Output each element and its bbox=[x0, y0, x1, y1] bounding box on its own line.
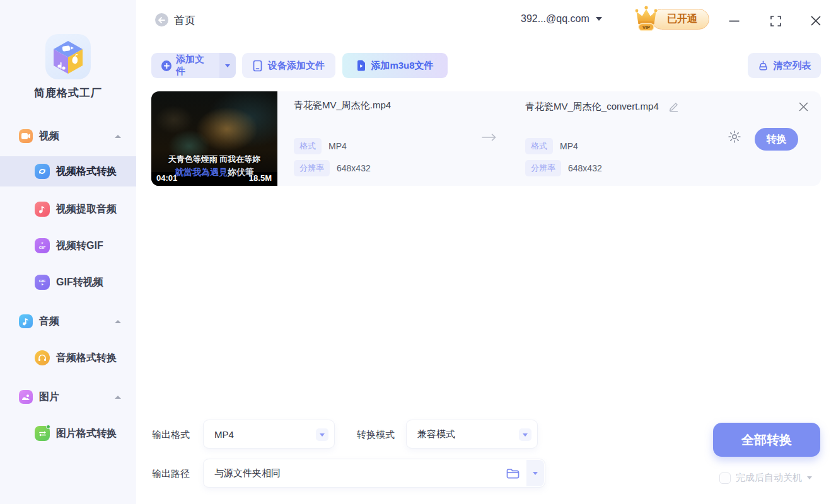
sidebar-item-gif-to-video[interactable]: GIF GIF转视频 bbox=[0, 267, 136, 297]
gear-icon bbox=[727, 129, 742, 144]
subtitle-line1: 天青色等煙雨 而我在等妳 bbox=[151, 154, 277, 165]
music-file-icon bbox=[35, 202, 50, 217]
clear-list-label: 清空列表 bbox=[774, 60, 811, 72]
sidebar-item-label: 视频提取音频 bbox=[56, 203, 117, 216]
close-window-button[interactable] bbox=[808, 13, 824, 29]
add-from-device-button[interactable]: 设备添加文件 bbox=[242, 53, 335, 78]
output-path-input[interactable]: 与源文件夹相同 bbox=[203, 459, 545, 488]
convert-mode-value: 兼容模式 bbox=[417, 428, 455, 440]
add-m3u8-button[interactable]: 添加m3u8文件 bbox=[342, 53, 448, 78]
svg-text:VIP: VIP bbox=[642, 25, 650, 30]
chevron-down-icon bbox=[523, 433, 528, 437]
arrow-right-icon bbox=[482, 133, 497, 144]
svg-text:GIF: GIF bbox=[39, 278, 46, 283]
sidebar-item-label: 音频格式转换 bbox=[56, 352, 117, 365]
sidebar-group-audio[interactable]: 音频 bbox=[0, 309, 136, 334]
resolution-value: 648x432 bbox=[337, 163, 371, 173]
app-window: 简鹿格式工厂 视频 视频格式转换 视频提取 bbox=[0, 0, 836, 504]
resolution-value: 648x432 bbox=[568, 163, 602, 173]
remove-file-button[interactable] bbox=[799, 102, 808, 114]
maximize-icon bbox=[770, 16, 781, 26]
resolution-tag: 分辨率 bbox=[294, 160, 330, 176]
video-duration: 04:01 bbox=[156, 173, 177, 183]
sidebar-group-label: 图片 bbox=[39, 391, 59, 404]
sidebar-item-label: GIF转视频 bbox=[56, 276, 103, 289]
maximize-button[interactable] bbox=[767, 13, 784, 29]
vip-badge[interactable]: VIP 已开通 bbox=[632, 7, 709, 31]
sidebar-group-label: 视频 bbox=[39, 130, 59, 143]
sidebar-group-video[interactable]: 视频 bbox=[0, 123, 136, 149]
source-format-row: 格式 MP4 bbox=[294, 138, 347, 154]
gif-to-video-icon: GIF bbox=[35, 275, 50, 290]
format-value: MP4 bbox=[560, 141, 578, 151]
video-thumbnail[interactable]: 天青色等煙雨 而我在等妳 就當我為遇見妳伏筆 04:01 18.5M bbox=[151, 91, 277, 186]
video-icon bbox=[19, 129, 33, 143]
add-file-dropdown[interactable] bbox=[219, 53, 236, 78]
select-caret bbox=[519, 428, 531, 441]
sidebar-item-audio-convert[interactable]: 音频格式转换 bbox=[0, 343, 136, 373]
sidebar-item-video-to-gif[interactable]: GIF 视频转GIF bbox=[0, 231, 136, 261]
add-from-device-label: 设备添加文件 bbox=[268, 60, 325, 72]
select-caret bbox=[316, 428, 328, 441]
format-value: MP4 bbox=[328, 141, 347, 151]
sidebar-group-label: 音频 bbox=[39, 315, 59, 328]
close-icon bbox=[799, 102, 808, 112]
sidebar: 简鹿格式工厂 视频 视频格式转换 视频提取 bbox=[0, 0, 136, 504]
row-settings-button[interactable] bbox=[727, 129, 742, 147]
output-format-select[interactable]: MP4 bbox=[203, 420, 335, 449]
plus-icon bbox=[161, 60, 171, 71]
sidebar-item-image-convert[interactable]: 图片格式转换 bbox=[0, 418, 136, 449]
page-title: 首页 bbox=[174, 13, 195, 28]
clear-list-button[interactable]: 清空列表 bbox=[748, 53, 821, 78]
shutdown-checkbox[interactable] bbox=[719, 472, 731, 484]
add-m3u8-label: 添加m3u8文件 bbox=[371, 60, 433, 72]
account-menu[interactable]: 392...@qq.com bbox=[521, 13, 602, 25]
file-row: 天青色等煙雨 而我在等妳 就當我為遇見妳伏筆 04:01 18.5M 青花瓷MV… bbox=[151, 91, 821, 186]
chevron-down-icon bbox=[596, 17, 602, 21]
sidebar-item-label: 视频格式转换 bbox=[56, 165, 117, 178]
pencil-icon bbox=[668, 101, 679, 112]
convert-mode-select[interactable]: 兼容模式 bbox=[406, 420, 538, 449]
image-icon bbox=[19, 390, 33, 404]
chevron-down-icon bbox=[533, 472, 538, 475]
chevron-down-icon bbox=[225, 64, 230, 67]
minimize-button[interactable] bbox=[726, 13, 742, 29]
convert-all-label: 全部转换 bbox=[741, 432, 792, 449]
path-dropdown[interactable] bbox=[526, 460, 544, 486]
minimize-icon bbox=[729, 20, 740, 22]
vip-status-text: 已开通 bbox=[667, 13, 697, 26]
chevron-down-icon bbox=[320, 433, 325, 437]
audio-icon bbox=[19, 314, 33, 328]
browse-folder-button[interactable] bbox=[506, 468, 520, 481]
shutdown-option: 完成后自动关机 bbox=[719, 472, 812, 484]
collapse-up-icon[interactable] bbox=[115, 320, 121, 323]
chevron-down-icon[interactable] bbox=[807, 476, 812, 479]
sidebar-item-extract-audio[interactable]: 视频提取音频 bbox=[0, 194, 136, 224]
back-button[interactable] bbox=[155, 13, 168, 26]
cube-logo-icon bbox=[51, 38, 85, 75]
sidebar-group-image[interactable]: 图片 bbox=[0, 384, 136, 410]
headphones-icon bbox=[35, 350, 50, 365]
source-resolution-row: 分辨率 648x432 bbox=[294, 160, 371, 176]
sidebar-item-label: 视频转GIF bbox=[56, 239, 103, 253]
collapse-up-icon[interactable] bbox=[115, 396, 121, 399]
add-file-button[interactable]: 添加文件 bbox=[151, 53, 236, 78]
app-logo-icon bbox=[45, 34, 91, 79]
shutdown-label: 完成后自动关机 bbox=[736, 472, 802, 484]
collapse-up-icon[interactable] bbox=[115, 135, 121, 138]
video-convert-icon bbox=[35, 164, 50, 179]
close-icon bbox=[811, 16, 821, 26]
folder-icon bbox=[506, 468, 520, 479]
output-path-value: 与源文件夹相同 bbox=[214, 467, 281, 479]
convert-mode-label: 转换模式 bbox=[357, 429, 395, 441]
convert-all-button[interactable]: 全部转换 bbox=[713, 423, 820, 457]
convert-button[interactable]: 转换 bbox=[755, 128, 798, 151]
output-path-label: 输出路径 bbox=[152, 468, 190, 480]
sidebar-item-video-convert[interactable]: 视频格式转换 bbox=[0, 156, 136, 186]
app-title: 简鹿格式工厂 bbox=[0, 86, 136, 100]
format-tag: 格式 bbox=[525, 138, 553, 154]
add-file-label: 添加文件 bbox=[176, 54, 212, 77]
edit-filename-button[interactable] bbox=[668, 101, 679, 115]
back-arrow-icon bbox=[158, 17, 165, 23]
output-format-value: MP4 bbox=[214, 429, 234, 440]
